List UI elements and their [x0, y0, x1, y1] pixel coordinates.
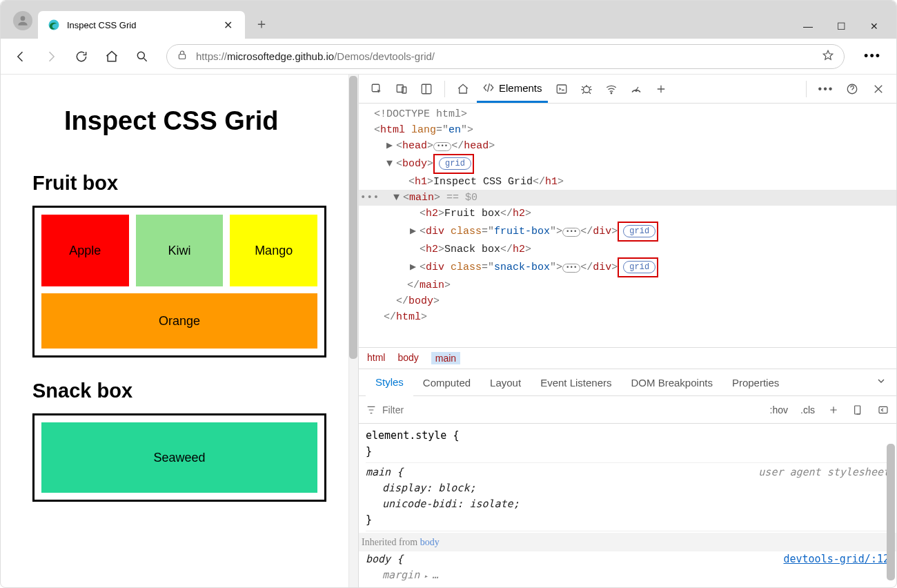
more-tabs-icon[interactable]: [650, 78, 672, 100]
svg-point-2: [137, 52, 144, 59]
page-viewport: Inspect CSS Grid Fruit box Apple Kiwi Ma…: [1, 75, 358, 588]
dom-breadcrumb: html body main: [359, 347, 896, 369]
crumb-body[interactable]: body: [397, 352, 418, 364]
minimize-button[interactable]: —: [791, 21, 825, 32]
browser-toolbar: https://microsoftedge.github.io/Demos/de…: [1, 39, 896, 75]
devtools-toolbar: Elements •••: [359, 75, 896, 104]
page-h1: Inspect CSS Grid: [64, 106, 326, 136]
filter-icon: [366, 404, 377, 415]
performance-icon[interactable]: [625, 78, 647, 100]
grid-badge[interactable]: grid: [439, 157, 471, 170]
styles-tab[interactable]: Styles: [366, 369, 413, 396]
dock-side-icon[interactable]: [415, 78, 437, 100]
console-tab-icon[interactable]: [551, 78, 573, 100]
crumb-main[interactable]: main: [431, 352, 460, 364]
browser-menu-button[interactable]: •••: [856, 49, 889, 63]
page-scrollbar[interactable]: [348, 75, 358, 588]
fruit-cell-apple: Apple: [41, 215, 129, 286]
inspect-element-icon[interactable]: [366, 78, 388, 100]
fruit-cell-orange: Orange: [41, 293, 317, 349]
svg-point-10: [611, 92, 612, 94]
elements-tab[interactable]: Elements: [477, 75, 548, 103]
styles-rules[interactable]: element.style { } user agent stylesheet …: [359, 424, 896, 588]
hov-toggle[interactable]: :hov: [770, 404, 788, 415]
favorite-icon[interactable]: [822, 49, 834, 63]
devtools-panel: Elements ••• <!DOCTYPE html> <html lang=…: [358, 75, 896, 588]
grid-badge[interactable]: grid: [623, 261, 656, 273]
maximize-button[interactable]: ☐: [825, 21, 858, 32]
inherited-from-label: Inherited from body: [359, 533, 896, 551]
search-button[interactable]: [129, 43, 155, 70]
highlight-box: grid: [618, 222, 658, 242]
element-style-rule[interactable]: element.style {: [366, 428, 889, 444]
refresh-button[interactable]: [68, 43, 95, 70]
snack-cell-seaweed: Seaweed: [41, 422, 317, 493]
styles-filter-input[interactable]: [382, 404, 451, 415]
fruit-cell-kiwi: Kiwi: [136, 215, 224, 286]
url-text: https://microsoftedge.github.io/Demos/de…: [196, 50, 814, 62]
profile-avatar[interactable]: [13, 11, 32, 30]
new-tab-button[interactable]: ＋: [245, 9, 278, 39]
close-devtools-icon[interactable]: [867, 78, 889, 100]
welcome-tab-icon[interactable]: [452, 78, 474, 100]
forward-button[interactable]: [38, 43, 64, 70]
browser-tab-strip: Inspect CSS Grid ✕ ＋ — ☐ ✕: [1, 1, 896, 39]
svg-rect-14: [879, 406, 887, 413]
rendering-icon[interactable]: [877, 404, 889, 416]
browser-tab[interactable]: Inspect CSS Grid ✕: [38, 11, 245, 39]
snack-box-grid: Seaweed: [32, 413, 326, 502]
tab-title: Inspect CSS Grid: [67, 20, 214, 30]
crumb-html[interactable]: html: [367, 352, 385, 364]
svg-rect-8: [557, 85, 566, 93]
grid-badge[interactable]: grid: [623, 225, 656, 237]
network-icon[interactable]: [600, 78, 622, 100]
collapse-arrow-icon[interactable]: ▼: [386, 156, 396, 172]
highlight-box: grid: [618, 257, 658, 277]
tab-close-icon[interactable]: ✕: [221, 19, 235, 32]
address-bar[interactable]: https://microsoftedge.github.io/Demos/de…: [166, 44, 845, 69]
svg-rect-13: [855, 406, 860, 414]
close-window-button[interactable]: ✕: [858, 21, 891, 32]
styles-more-icon[interactable]: [873, 373, 889, 392]
layout-tab[interactable]: Layout: [480, 370, 531, 395]
edge-icon: [48, 19, 60, 31]
window-controls: — ☐ ✕: [791, 21, 891, 39]
devtools-menu-icon[interactable]: •••: [815, 78, 837, 100]
content-area: Inspect CSS Grid Fruit box Apple Kiwi Ma…: [1, 75, 896, 588]
fruit-box-grid: Apple Kiwi Mango Orange: [32, 206, 326, 357]
styles-tabstrip: Styles Computed Layout Event Listeners D…: [359, 369, 896, 396]
ellipsis-icon[interactable]: •••: [433, 142, 451, 151]
source-link[interactable]: devtools-grid/:12: [783, 551, 889, 567]
computed-tab[interactable]: Computed: [413, 370, 480, 395]
event-listeners-tab[interactable]: Event Listeners: [531, 370, 621, 395]
svg-point-0: [21, 16, 26, 21]
svg-point-9: [583, 86, 589, 92]
highlight-box: grid: [433, 154, 474, 174]
devtools-scrollbar[interactable]: [885, 444, 896, 588]
dom-breakpoints-tab[interactable]: DOM Breakpoints: [622, 370, 722, 395]
svg-rect-7: [422, 84, 431, 94]
bug-icon[interactable]: [575, 78, 598, 100]
svg-rect-3: [179, 55, 185, 59]
new-rule-icon[interactable]: [827, 404, 840, 416]
ua-stylesheet-label: user agent stylesheet: [758, 464, 889, 480]
device-toggle-icon[interactable]: [391, 78, 413, 100]
home-button[interactable]: [99, 43, 125, 70]
help-icon[interactable]: [841, 78, 863, 100]
cls-toggle[interactable]: .cls: [800, 404, 815, 415]
svg-point-11: [635, 90, 636, 91]
styles-toolbar: :hov .cls: [359, 396, 896, 424]
fruit-cell-mango: Mango: [230, 215, 317, 286]
selected-dom-node[interactable]: •••▼<main> == $0: [359, 190, 896, 206]
fruit-box-heading: Fruit box: [32, 172, 326, 195]
snack-box-heading: Snack box: [32, 380, 326, 402]
expand-arrow-icon[interactable]: ▶: [386, 138, 396, 154]
dom-tree[interactable]: <!DOCTYPE html> <html lang="en"> ▶<head>…: [359, 104, 896, 331]
back-button[interactable]: [8, 43, 34, 70]
computed-sidebar-icon[interactable]: [852, 404, 865, 416]
lock-icon: [177, 50, 188, 63]
properties-tab[interactable]: Properties: [722, 370, 789, 395]
